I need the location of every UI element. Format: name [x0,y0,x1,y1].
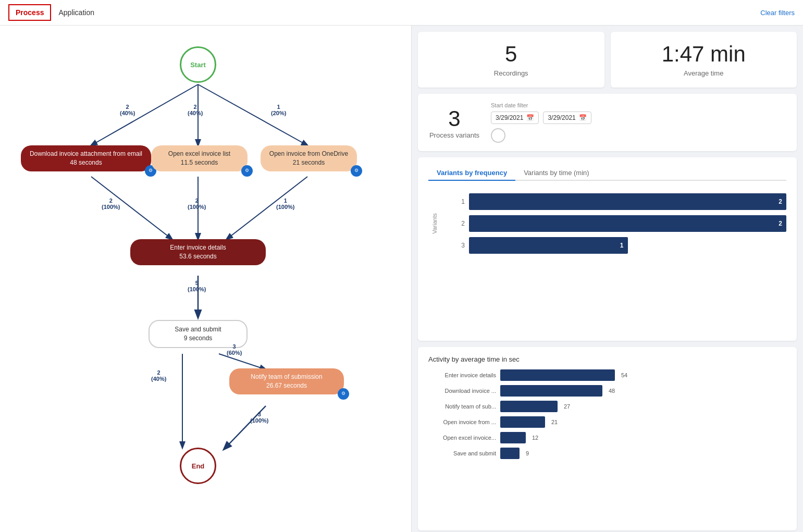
stats-panel: 5 Recordings 1:47 min Average time 3 Pro… [412,26,803,532]
node-open-excel[interactable]: Open excel invoice list11.5 seconds ⚙ [151,145,248,171]
activity-label-2: Notify team of sub... [428,403,496,410]
bar-value-2: 2 [779,220,782,227]
bar-3: 1 [469,237,628,254]
bar-row-1: 1 2 [454,193,786,210]
end-node: End [180,448,216,484]
filter-circle-button[interactable] [491,128,505,143]
date-filter-label: Start date filter [491,102,786,108]
stats-row: 5 Recordings 1:47 min Average time [418,32,797,88]
activity-chart-title: Activity by average time in sec [428,355,786,363]
bar-row-2: 2 2 [454,215,786,232]
activity-bar-row-3: Open invoice from ... 21 [428,416,786,428]
activity-value-3: 21 [551,419,558,425]
activity-bar-row-0: Enter invoice details 54 [428,369,786,381]
clear-filters-button[interactable]: Clear filters [760,9,795,17]
node-badge-notify: ⚙ [338,388,349,400]
variants-chart: 1 2 2 2 [454,189,786,258]
calendar-icon-from: 📅 [526,114,534,121]
variants-chart-wrapper: Variants 1 2 2 2 [428,189,786,258]
node-badge-excel: ⚙ [241,165,253,177]
tab-variants-time[interactable]: Variants by time (min) [515,166,597,181]
recordings-count: 5 [430,42,592,66]
svg-line-7 [219,354,266,369]
node-enter-details[interactable]: Enter invoice details53.6 seconds [130,239,266,265]
bar-label-1: 1 [454,198,465,205]
variants-chart-card: Variants by frequency Variants by time (… [418,157,797,341]
bar-1: 2 [469,193,786,210]
tab-application[interactable]: Application [51,4,102,21]
bar-2: 2 [469,215,786,232]
activity-label-4: Open excel invoice... [428,435,496,441]
date-row: 3/29/2021 📅 3/29/2021 📅 [491,112,786,124]
activity-bar-0 [500,369,615,381]
variants-label: Process variants [428,131,480,139]
activity-bar-row-5: Save and submit 9 [428,448,786,459]
activity-bar-3 [500,416,545,428]
edge-label-download-enter: 2(100%) [102,197,120,210]
flow-arrows [10,36,401,505]
start-node: Start [180,46,216,83]
bar-label-3: 3 [454,242,465,249]
svg-line-0 [91,84,198,145]
activity-value-5: 9 [526,450,529,456]
main-layout: Start 2(40%) 2(40%) 1(20%) Download invo… [0,26,803,532]
edge-label-onedrive-enter: 1(100%) [276,197,294,210]
date-to-input[interactable]: 3/29/2021 📅 [543,112,591,124]
activity-bars: Enter invoice details 54 Download invoic… [428,369,786,459]
calendar-icon-to: 📅 [579,114,587,121]
variants-count: 3 [428,106,480,131]
edge-label-notify-end: 3(100%) [250,411,268,424]
activity-bar-2 [500,401,558,412]
activity-label-1: Download invoice ... [428,388,496,394]
activity-value-4: 12 [532,435,538,441]
node-open-onedrive[interactable]: Open invoice from OneDrive21 seconds ⚙ [261,145,357,171]
bar-container-1: 2 [469,193,786,210]
activity-bar-1 [500,385,602,397]
bar-label-2: 2 [454,220,465,227]
activity-value-2: 27 [564,403,570,410]
header: Process Application Clear filters [0,0,803,26]
process-variants-card: 3 Process variants Start date filter 3/2… [418,94,797,151]
edge-label-start-download: 2(40%) [120,104,135,116]
activity-chart-card: Activity by average time in sec Enter in… [418,347,797,530]
bar-container-2: 2 [469,215,786,232]
avg-time-value: 1:47 min [623,42,785,66]
recordings-card: 5 Recordings [418,32,604,88]
edge-label-save-end: 2(40%) [151,369,166,382]
bar-row-3: 3 1 [454,237,786,254]
edge-label-enter-save: 5(100%) [188,280,206,292]
avg-time-card: 1:47 min Average time [611,32,797,88]
avg-time-label: Average time [623,69,785,77]
process-flow-panel: Start 2(40%) 2(40%) 1(20%) Download invo… [0,26,412,532]
edge-label-start-onedrive: 1(20%) [271,104,286,116]
svg-line-2 [198,84,307,145]
date-from-value: 3/29/2021 [496,114,523,121]
node-badge-onedrive: ⚙ [351,165,362,177]
node-notify[interactable]: Notify team of submission26.67 seconds ⚙ [229,368,344,394]
bar-value-1: 2 [779,198,782,205]
svg-line-5 [227,177,307,239]
activity-bar-5 [500,448,520,459]
activity-bar-row-2: Notify team of sub... 27 [428,401,786,412]
activity-label-5: Save and submit [428,450,496,456]
activity-label-3: Open invoice from ... [428,419,496,425]
edge-label-excel-enter: 2(100%) [188,197,206,210]
date-filter-section: Start date filter 3/29/2021 📅 3/29/2021 … [491,102,786,143]
recordings-label: Recordings [430,69,592,77]
tab-process[interactable]: Process [8,4,51,21]
date-from-input[interactable]: 3/29/2021 📅 [491,112,539,124]
variants-count-section: 3 Process variants [428,106,480,139]
activity-bar-4 [500,432,526,443]
tab-variants-frequency[interactable]: Variants by frequency [428,166,515,181]
activity-label-0: Enter invoice details [428,372,496,378]
flow-canvas: Start 2(40%) 2(40%) 1(20%) Download invo… [10,36,401,505]
edge-label-start-excel: 2(40%) [188,104,203,116]
y-axis-label: Variants [431,213,438,234]
activity-bar-row-4: Open excel invoice... 12 [428,432,786,443]
date-to-value: 3/29/2021 [548,114,575,121]
node-download[interactable]: Download invoice attachment from email48… [21,145,151,171]
bar-value-3: 1 [620,242,624,249]
chart-tabs: Variants by frequency Variants by time (… [428,166,786,181]
activity-bar-row-1: Download invoice ... 48 [428,385,786,397]
bar-container-3: 1 [469,237,786,254]
